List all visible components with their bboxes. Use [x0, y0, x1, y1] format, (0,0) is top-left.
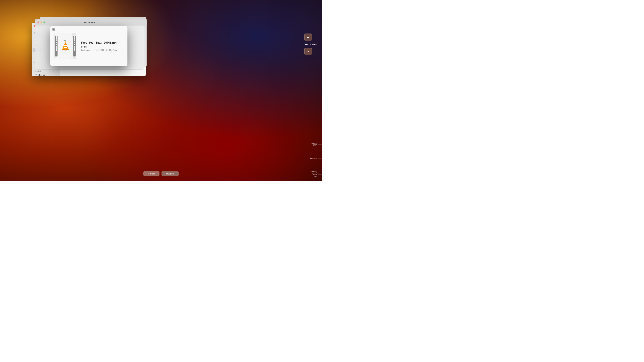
stack-title-3: Documents [84, 21, 95, 24]
file-document-shape [54, 33, 76, 59]
film-hole [74, 45, 75, 47]
shared-icon [34, 74, 37, 76]
cancel-button[interactable]: Cancel [144, 171, 160, 176]
film-hole [56, 49, 57, 51]
film-hole [56, 47, 57, 49]
bottom-action-buttons: Cancel Restore [144, 171, 178, 176]
timeline-label-january: January 2023 [308, 142, 322, 146]
svg-point-37 [62, 49, 69, 50]
film-hole [56, 36, 57, 38]
svg-point-22 [35, 74, 36, 75]
film-hole [74, 40, 75, 41]
timeline-label-today: Today [308, 173, 322, 175]
timeline-label-now: Now [308, 176, 322, 178]
film-hole [56, 45, 57, 47]
file-name: Free_Test_Data_20MB.mxf [81, 41, 124, 44]
film-hole [74, 38, 75, 39]
stack-min-btn-3 [40, 21, 42, 23]
file-modified-date: Last modified Feb 1, 2023 at 4:11:12 AM [81, 49, 124, 51]
film-hole [74, 49, 75, 51]
sidebar-shared-label: Shared [38, 74, 45, 76]
stack-max-btn-3 [44, 21, 46, 23]
film-hole [74, 44, 75, 45]
film-hole [74, 42, 75, 43]
timeline-label-february: February [308, 158, 322, 159]
vlc-cone-icon [60, 40, 71, 52]
timeline-label-yesterday: Yesterday [308, 171, 322, 173]
film-hole [74, 36, 75, 38]
svg-point-23 [36, 74, 37, 75]
svg-rect-33 [63, 45, 68, 46]
film-strip-left [55, 36, 58, 56]
quicklook-popup: ✕ [50, 26, 128, 66]
svg-rect-39 [64, 40, 66, 41]
restore-button[interactable]: Restore [162, 171, 178, 176]
film-hole [56, 44, 57, 45]
file-size: 21 MB [81, 46, 124, 48]
close-x-icon: ✕ [53, 28, 54, 30]
file-info: Free_Test_Data_20MB.mxf 21 MB Last modif… [81, 41, 124, 51]
file-preview-icon [54, 33, 77, 59]
film-hole [56, 40, 57, 41]
film-hole [74, 47, 75, 49]
quicklook-close-button[interactable]: ✕ [52, 28, 55, 31]
film-strip-right [73, 36, 76, 56]
stack-close-btn-3 [38, 21, 40, 23]
film-hole [56, 42, 57, 43]
timemachine-timeline: January 2023 February Yesterday Today No… [308, 0, 322, 181]
svg-rect-34 [64, 47, 67, 48]
film-hole [56, 38, 57, 39]
sidebar-item-shared[interactable]: Shared [32, 73, 60, 76]
